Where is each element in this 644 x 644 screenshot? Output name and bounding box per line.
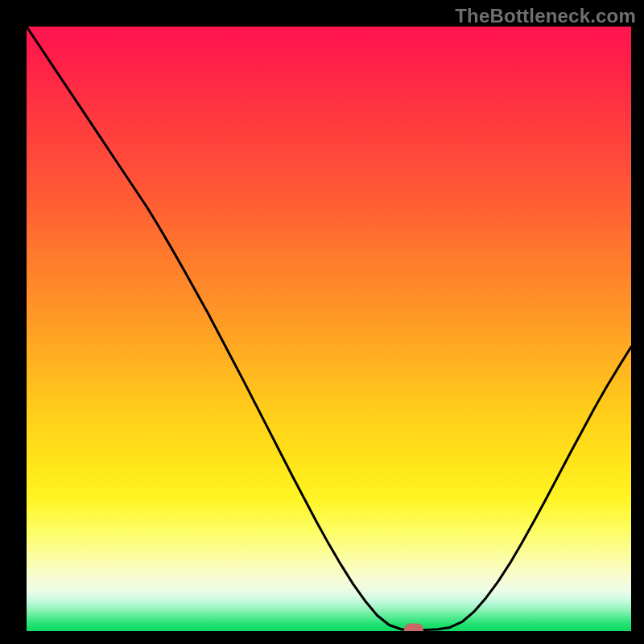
chart-min-marker bbox=[404, 624, 423, 631]
watermark-label: TheBottleneck.com bbox=[455, 5, 636, 27]
chart-line bbox=[27, 27, 631, 631]
chart-plot-area bbox=[27, 27, 631, 631]
